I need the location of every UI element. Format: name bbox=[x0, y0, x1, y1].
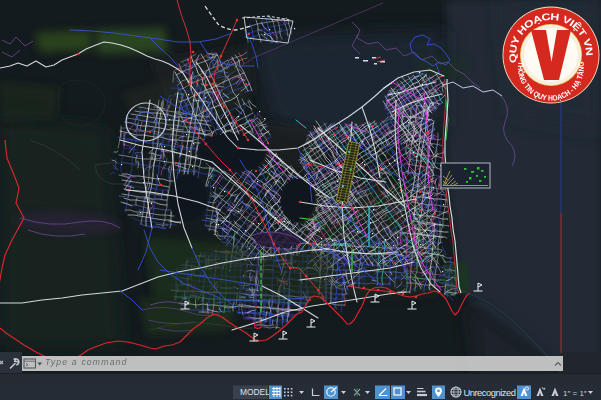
svg-text:MODEL: MODEL bbox=[240, 387, 270, 397]
svg-text:1″ = 1″: 1″ = 1″ bbox=[563, 389, 587, 398]
svg-text:Unrecognized: Unrecognized bbox=[464, 387, 516, 398]
